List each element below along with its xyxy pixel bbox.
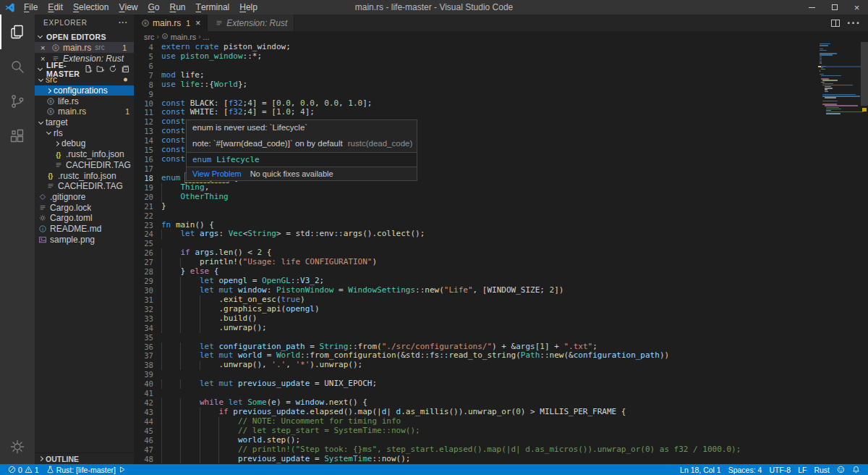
minimap-line — [825, 86, 832, 87]
split-editor-icon[interactable] — [831, 20, 840, 27]
line-number: 23 — [134, 221, 153, 230]
view-problem-link[interactable]: View Problem — [192, 169, 242, 178]
breadcrumb-item[interactable]: Rmain.rs — [161, 33, 196, 41]
refresh-icon[interactable] — [109, 64, 117, 75]
tree-item--gitignore[interactable]: .gitignore — [35, 192, 134, 203]
menu-selection[interactable]: Selection — [68, 0, 114, 14]
tree-item-src[interactable]: src — [35, 75, 134, 85]
menu-file[interactable]: File — [19, 0, 43, 14]
tab-main-rs[interactable]: Rmain.rs1× — [134, 14, 208, 31]
activity-explorer[interactable] — [0, 14, 35, 49]
line-number: 46 — [134, 436, 153, 445]
tree-item-rls[interactable]: rls — [35, 127, 134, 138]
tree-item--rustc-info-json[interactable]: {}.rustc_info.json — [35, 149, 134, 160]
code-editor[interactable]: 4extern crate piston_window;5use piston_… — [134, 42, 868, 464]
new-file-icon[interactable] — [84, 64, 93, 75]
breadcrumb[interactable]: src›Rmain.rs›... — [134, 31, 868, 42]
info-icon — [38, 224, 47, 233]
window-controls: × — [801, 0, 868, 14]
tree-item-label: README.md — [50, 224, 101, 234]
minimize-button[interactable] — [801, 0, 823, 14]
menu-view[interactable]: View — [114, 0, 142, 14]
tree-item-label: configurations — [54, 85, 108, 96]
breadcrumb-separator-icon: › — [198, 33, 200, 41]
minimap-line — [826, 107, 840, 108]
folder-section[interactable]: LIFE-MASTER — [35, 64, 134, 75]
menu-terminal[interactable]: Terminal — [191, 0, 235, 14]
tree-item-cargo-lock[interactable]: Cargo.lock — [35, 202, 134, 213]
warning-icon — [25, 466, 33, 474]
line-number: 9 — [134, 90, 153, 99]
code-lines: 4extern crate piston_window;5use piston_… — [134, 43, 868, 463]
rls-status[interactable]: Rust: [life-master] — [43, 464, 129, 475]
tree-item-life-rs[interactable]: Rlife.rs — [35, 96, 134, 106]
line-number: 33 — [134, 314, 153, 324]
close-button[interactable]: × — [846, 0, 868, 14]
activity-extensions[interactable] — [0, 119, 35, 154]
open-editor-item[interactable]: ×Rmain.rssrc1 — [35, 42, 134, 53]
line-number: 32 — [134, 305, 153, 314]
line-number: 35 — [134, 333, 153, 342]
tree-item-target[interactable]: target — [35, 117, 134, 128]
tree-item-cachedir-tag[interactable]: CACHEDIR.TAG — [35, 160, 134, 171]
play-icon — [118, 466, 126, 474]
scrollbar-thumb[interactable] — [861, 42, 868, 106]
status-lf[interactable]: LF — [794, 466, 810, 474]
minimap-line — [825, 97, 837, 98]
menu-edit[interactable]: Edit — [43, 0, 68, 14]
tab-extension-rust[interactable]: Extension: Rust — [208, 14, 294, 31]
tree-item-label: rls — [54, 128, 63, 138]
activity-source-control[interactable] — [0, 84, 35, 119]
minimap-line — [820, 58, 822, 59]
line-number: 40 — [134, 379, 153, 389]
collapse-all-icon[interactable] — [121, 64, 129, 75]
close-icon[interactable]: × — [195, 18, 200, 28]
line-number: 45 — [134, 426, 153, 436]
tree-item-debug[interactable]: debug — [35, 138, 134, 149]
menu-help[interactable]: Help — [234, 0, 263, 14]
more-actions-icon[interactable]: ··· — [847, 17, 861, 30]
menu-run[interactable]: Run — [165, 0, 191, 14]
code-line-48: 48 previous_update = SystemTime::now(); — [134, 455, 868, 464]
tree-item-label: debug — [61, 138, 85, 148]
explorer-more-actions-icon[interactable]: ··· — [119, 19, 128, 27]
status-rust[interactable]: Rust — [810, 466, 833, 474]
modified-dot-icon — [124, 78, 127, 82]
open-editor-label: main.rs — [63, 43, 91, 53]
indent-guide — [180, 361, 181, 370]
breadcrumb-item[interactable]: ... — [203, 33, 210, 41]
open-editors-section[interactable]: OPEN EDITORS — [35, 31, 134, 42]
status-utf-8[interactable]: UTF-8 — [765, 466, 794, 474]
tree-item-cachedir-tag[interactable]: CACHEDIR.TAG — [35, 181, 134, 192]
code-line-40: 40 let mut previous_update = UNIX_EPOCH; — [134, 379, 868, 389]
minimap-line — [826, 110, 831, 111]
activity-search[interactable] — [0, 49, 35, 84]
status-spaces[interactable]: Spaces: 4 — [725, 466, 766, 474]
tree-item-configurations[interactable]: configurations — [35, 85, 134, 96]
tree-item-readme-md[interactable]: README.md — [35, 224, 134, 235]
problems-status[interactable]: 0 1 — [4, 464, 43, 475]
feedback-smiley-icon[interactable] — [833, 466, 848, 474]
tree-item--rustc-info-json[interactable]: {}.rustc_info.json — [35, 170, 134, 181]
tree-item-cargo-toml[interactable]: Cargo.toml — [35, 213, 134, 224]
status-label: LF — [798, 466, 807, 474]
menu-go[interactable]: Go — [142, 0, 164, 14]
new-folder-icon[interactable] — [96, 64, 105, 75]
minimap-line — [820, 74, 824, 75]
code-line-6: 6 — [134, 62, 868, 71]
status-ln[interactable]: Ln 18, Col 1 — [676, 466, 725, 474]
line-number: 29 — [134, 277, 153, 286]
close-icon[interactable]: × — [41, 43, 48, 52]
tree-item-sample-png[interactable]: sample.png — [35, 234, 134, 245]
rust-file-icon: R — [46, 107, 55, 117]
bell-icon[interactable] — [848, 466, 864, 474]
breadcrumb-item[interactable]: src — [144, 33, 154, 41]
minimap-line — [820, 43, 830, 44]
maximize-button[interactable] — [823, 0, 846, 14]
status-label: Spaces: 4 — [728, 466, 762, 474]
activity-manage[interactable] — [0, 429, 35, 464]
minimap[interactable] — [820, 43, 859, 114]
tree-item-main-rs[interactable]: Rmain.rs1 — [35, 106, 134, 117]
vertical-scrollbar[interactable] — [861, 42, 868, 464]
outline-section[interactable]: OUTLINE — [35, 453, 134, 464]
